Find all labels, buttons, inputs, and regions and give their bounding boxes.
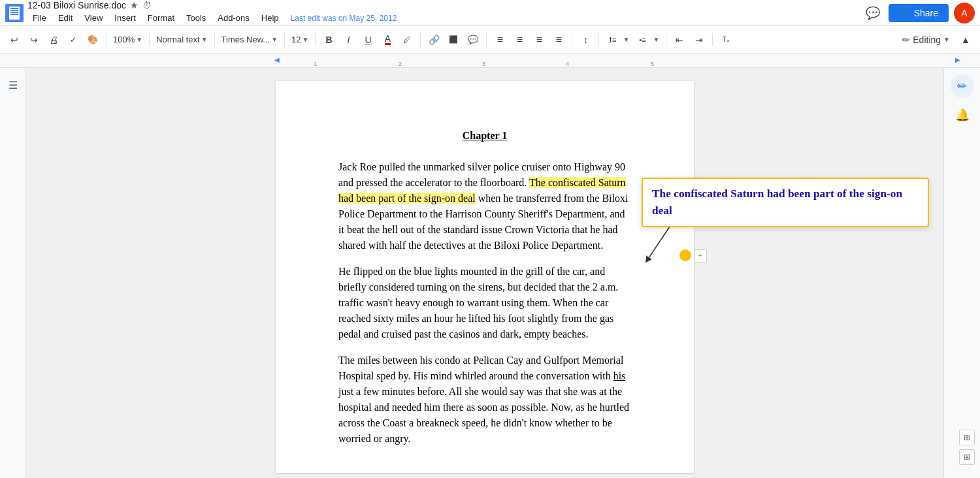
pencil-icon: ✏: [902, 35, 910, 45]
editing-mode-arrow: ▼: [943, 36, 950, 43]
menu-view[interactable]: View: [79, 10, 108, 25]
toolbar-separator-9: [598, 33, 599, 46]
underline-button[interactable]: U: [359, 31, 377, 49]
right-panel-icon-2[interactable]: 🔔: [951, 103, 974, 127]
comment-btn[interactable]: 💬: [464, 31, 482, 49]
right-actions: 💬 👤 Share A: [862, 3, 975, 24]
right-panel: ✏ 🔔 ⊞ ⊞: [943, 68, 980, 478]
align-right-button[interactable]: ≡: [530, 31, 548, 49]
toolbar-separator-4: [284, 33, 285, 46]
ruler-mark-2: 2: [399, 61, 402, 67]
menu-bar: File Edit View Insert Format Tools Add-o…: [27, 10, 397, 25]
menu-addons[interactable]: Add-ons: [212, 10, 254, 25]
editing-mode-dropdown[interactable]: ✏ Editing ▼: [897, 32, 955, 48]
style-arrow: ▼: [201, 36, 208, 43]
menu-tools[interactable]: Tools: [181, 10, 211, 25]
toolbar-separator-11: [712, 33, 713, 46]
ruler: ◀ ▶ 1 2 3 4 5: [0, 54, 980, 68]
doc-area[interactable]: Chapter 1 Jack Roe pulled the unmarked s…: [26, 68, 943, 478]
font-dropdown[interactable]: Times New... ▼: [219, 33, 281, 46]
avatar[interactable]: A: [954, 3, 975, 24]
doc-outline-icon[interactable]: ☰: [3, 74, 24, 95]
paragraph-3[interactable]: The miles between his condo at Pelican C…: [338, 353, 631, 447]
style-value: Normal text: [156, 35, 199, 44]
zoom-dropdown[interactable]: 100% ▼: [110, 33, 145, 46]
highlighted-sentence[interactable]: The confiscated Saturn had been part of …: [338, 177, 626, 204]
fontsize-arrow: ▼: [302, 36, 309, 43]
spellcheck-button[interactable]: ✓: [64, 31, 82, 49]
undo-button[interactable]: ↩: [5, 31, 24, 49]
toolbar-separator-2: [149, 33, 150, 46]
share-icon: 👤: [899, 8, 910, 18]
italic-button[interactable]: I: [339, 31, 357, 49]
menu-file[interactable]: File: [27, 10, 52, 25]
doc-title[interactable]: 12-03 Biloxi Sunrise.doc: [27, 0, 126, 10]
ruler-inner: ◀ ▶ 1 2 3 4 5: [268, 54, 960, 67]
tooltip-text: The confiscated Saturn had been part of …: [652, 187, 902, 217]
main-area: ☰ Chapter 1 Jack Roe pulled the unmarked…: [0, 68, 980, 478]
doc-title-row: 12-03 Biloxi Sunrise.doc ★ ⏱: [27, 0, 397, 10]
highlight-button[interactable]: 🖊: [398, 31, 416, 49]
indent-inc-button[interactable]: ⇥: [690, 31, 708, 49]
document-page[interactable]: Chapter 1 Jack Roe pulled the unmarked s…: [276, 81, 694, 473]
right-bottom-expand[interactable]: ⊞: [959, 449, 975, 465]
bold-button[interactable]: B: [319, 31, 338, 49]
paragraph-1[interactable]: Jack Roe pulled the unmarked silver poli…: [338, 159, 631, 253]
editing-mode-label: Editing: [913, 35, 941, 45]
link-button[interactable]: 🔗: [425, 31, 443, 49]
zoom-value: 100%: [113, 35, 135, 44]
list-num-arrow: ▼: [623, 36, 629, 43]
menu-help[interactable]: Help: [256, 10, 284, 25]
image-button[interactable]: ⬛: [444, 31, 463, 49]
ruler-mark-5: 5: [651, 61, 654, 67]
list-bullet-arrow: ▼: [653, 36, 659, 43]
list-bullet-button[interactable]: •≡: [633, 31, 651, 49]
paragraph-2[interactable]: He flipped on the blue lights mounted in…: [338, 264, 631, 342]
doc-title-area: 12-03 Biloxi Sunrise.doc ★ ⏱ File Edit V…: [27, 0, 397, 25]
list-num-dropdown[interactable]: ▼: [623, 36, 632, 43]
menu-edit[interactable]: Edit: [53, 10, 78, 25]
chapter-title: Chapter 1: [338, 128, 631, 144]
toolbar-separator-1: [106, 33, 106, 46]
fontsize-dropdown[interactable]: 12 ▼: [289, 33, 311, 46]
align-center-button[interactable]: ≡: [510, 31, 529, 49]
font-arrow: ▼: [271, 36, 278, 43]
star-icon[interactable]: ★: [130, 0, 139, 10]
doc-content[interactable]: Jack Roe pulled the unmarked silver poli…: [338, 159, 631, 447]
comment-button[interactable]: 💬: [862, 3, 883, 24]
share-label: Share: [914, 8, 938, 18]
list-num-button[interactable]: 1≡: [603, 31, 621, 49]
text-color-button[interactable]: A: [378, 31, 397, 49]
list-bullet-dropdown[interactable]: ▼: [653, 36, 662, 43]
font-value: Times New...: [221, 35, 270, 44]
ruler-right-arrow: ▶: [955, 56, 960, 63]
menu-format[interactable]: Format: [142, 10, 180, 25]
menu-insert[interactable]: Insert: [109, 10, 141, 25]
toolbar-separator-10: [666, 33, 666, 46]
text-color-icon: A: [385, 34, 391, 45]
style-dropdown[interactable]: Normal text ▼: [154, 33, 210, 46]
expand-toolbar-button[interactable]: ▲: [956, 31, 975, 49]
ruler-mark-4: 4: [566, 61, 569, 67]
toolbar-separator-7: [486, 33, 487, 46]
line-spacing-button[interactable]: ↕: [576, 31, 595, 49]
last-edit-label[interactable]: Last edit was on May 25, 2012: [291, 14, 397, 23]
right-scroll-expand[interactable]: ⊞: [959, 430, 975, 445]
align-left-button[interactable]: ≡: [491, 31, 509, 49]
app-icon: [5, 4, 24, 22]
align-justify-button[interactable]: ≡: [549, 31, 568, 49]
print-button[interactable]: 🖨: [44, 31, 63, 49]
indent-dec-button[interactable]: ⇤: [670, 31, 689, 49]
history-icon[interactable]: ⏱: [142, 0, 152, 10]
ruler-mark-1: 1: [314, 61, 317, 67]
redo-button[interactable]: ↪: [25, 31, 43, 49]
share-button[interactable]: 👤 Share: [889, 4, 949, 22]
paintformat-button[interactable]: 🎨: [84, 31, 102, 49]
tooltip-bubble: The confiscated Saturn had been part of …: [642, 178, 929, 227]
top-bar: 12-03 Biloxi Sunrise.doc ★ ⏱ File Edit V…: [0, 0, 980, 26]
doc-icon-inner: [9, 7, 20, 20]
clear-format-button[interactable]: Tₓ: [717, 31, 735, 49]
right-panel-icon-1[interactable]: ✏: [951, 74, 974, 98]
ruler-mark-3: 3: [482, 61, 485, 67]
page-expand-icon[interactable]: +: [694, 249, 707, 263]
